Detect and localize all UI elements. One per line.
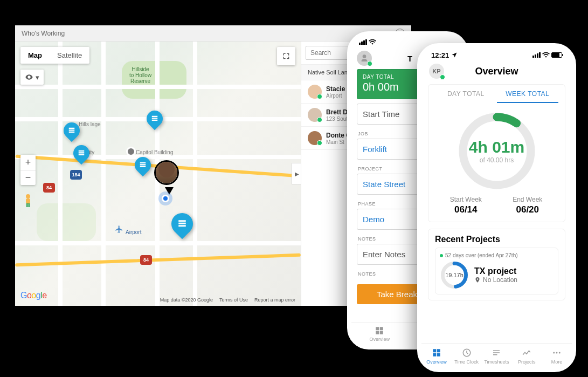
start-week-label: Start Week (435, 196, 497, 203)
hwy-shield-184: 184 (70, 170, 82, 180)
wifi-icon (542, 52, 550, 58)
map-label-airport: Airport (126, 229, 141, 235)
nav-projects[interactable]: Projects (511, 348, 542, 365)
map[interactable]: Hillside to Hollow Reserve Hills lage Ci… (15, 42, 301, 306)
zoom-out-button[interactable]: − (20, 170, 36, 185)
map-type-satellite[interactable]: Satellite (50, 47, 89, 64)
layer-visibility-dropdown[interactable]: ▾ (20, 70, 44, 85)
svg-point-12 (559, 352, 561, 354)
current-location-dot (162, 195, 169, 202)
map-label-hills: Hills lage (79, 121, 101, 127)
terms-link[interactable]: Terms of Use (219, 297, 248, 303)
hwy-shield-84b: 84 (140, 255, 152, 265)
svg-point-0 (26, 194, 30, 198)
nav-overview[interactable]: Overview (351, 326, 408, 342)
nav-more[interactable]: More (542, 348, 572, 365)
project-hours: 19.17h (440, 261, 469, 290)
airport-plane-icon (115, 225, 123, 234)
pegman-icon[interactable] (20, 193, 36, 209)
google-logo: Google (20, 291, 47, 300)
battery-icon (551, 52, 562, 58)
avatar (308, 131, 322, 145)
worker-avatar-pin[interactable] (154, 160, 184, 190)
capitol-marker-icon (126, 147, 136, 156)
week-hours-value: 4h 01m (469, 138, 524, 156)
svg-rect-1 (26, 198, 30, 204)
avatar (308, 108, 322, 122)
phone-overview: 12:21 KP Overview DAY TOTAL WEEK TOTAL 4… (417, 43, 576, 372)
wifi-icon (369, 39, 376, 45)
report-map-error-link[interactable]: Report a map error (254, 297, 295, 303)
svg-rect-2 (26, 203, 28, 207)
panel-title: Who's Working (22, 30, 395, 37)
hwy-shield-84a: 84 (43, 183, 55, 193)
avatar (308, 85, 322, 99)
end-week-value: 06/20 (497, 204, 559, 215)
avatar[interactable] (357, 51, 372, 66)
avatar[interactable]: KP (429, 64, 444, 79)
project-overline: 52 days over (ended Apr 27th) (440, 252, 554, 258)
map-field (37, 203, 96, 241)
project-location: No Location (483, 276, 517, 284)
tab-week-total[interactable]: WEEK TOTAL (497, 90, 559, 103)
recent-projects-card: Recent Projects 52 days over (ended Apr … (428, 229, 565, 300)
week-hours-sub: of 40.00 hrs (480, 156, 514, 164)
nav-overview[interactable]: Overview (421, 348, 452, 365)
end-week-label: End Week (497, 196, 559, 203)
location-pin-icon (474, 277, 481, 283)
status-bar: 12:21 (421, 47, 572, 60)
week-total-card: DAY TOTAL WEEK TOTAL 4h 01m of 40.00 hrs… (428, 84, 565, 222)
zoom-in-button[interactable]: + (20, 155, 36, 170)
start-week-value: 06/14 (435, 204, 497, 215)
nav-time-clock[interactable]: Time Clock (452, 348, 482, 365)
project-progress-ring: 19.17h (440, 261, 469, 290)
svg-rect-3 (29, 203, 30, 207)
nav-timesheets[interactable]: Timesheets (482, 348, 512, 365)
screen-title: Overview (444, 66, 564, 77)
map-credits: Map data ©2020 Google Terms of Use Repor… (160, 297, 295, 303)
signal-icon (359, 39, 367, 45)
svg-point-10 (553, 352, 555, 354)
svg-point-11 (556, 352, 558, 354)
signal-icon (532, 52, 541, 58)
map-label-hillside: Hillside to Hollow Reserve (129, 66, 151, 84)
progress-ring: 4h 01m of 40.00 hrs (456, 111, 537, 191)
map-data-credit: Map data ©2020 Google (160, 297, 213, 303)
collapse-list-button[interactable]: ▶ (292, 163, 301, 184)
chevron-down-icon: ▾ (36, 73, 39, 81)
project-name: TX project (474, 266, 517, 276)
map-type-toggle[interactable]: Map Satellite (20, 47, 89, 64)
map-type-map[interactable]: Map (20, 47, 50, 64)
fullscreen-button[interactable] (277, 47, 295, 65)
project-item[interactable]: 52 days over (ended Apr 27th) 19.17h TX … (435, 248, 558, 294)
recent-projects-heading: Recent Projects (435, 235, 558, 244)
tab-day-total[interactable]: DAY TOTAL (435, 90, 497, 103)
zoom-controls: + − (20, 155, 36, 185)
bottom-nav: Overview Time Clock Timesheets Projects … (421, 343, 572, 365)
map-pin[interactable] (143, 107, 166, 130)
map-label-capitol: Capitol Building (136, 149, 174, 155)
status-time: 12:21 (431, 51, 449, 59)
location-arrow-icon (451, 52, 458, 58)
